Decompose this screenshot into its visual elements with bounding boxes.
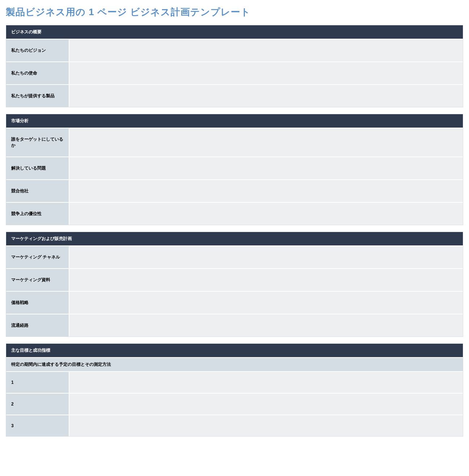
row-value[interactable] — [69, 180, 463, 202]
row-value[interactable] — [69, 314, 463, 336]
row-label-vision: 私たちのビジョン — [6, 39, 69, 61]
row-value[interactable] — [69, 292, 463, 314]
row-label-distribution: 流通経路 — [6, 314, 69, 336]
table-row: 誰をターゲットにしているか — [6, 128, 463, 156]
row-value[interactable] — [69, 246, 463, 268]
row-label-materials: マーケティング資料 — [6, 269, 69, 291]
row-label-mission: 私たちの使命 — [6, 62, 69, 84]
table-row: 私たちの使命 — [6, 61, 463, 84]
row-label-goal-2: 2 — [6, 394, 69, 415]
table-row: 1 — [6, 371, 463, 393]
table-row: 解決している問題 — [6, 156, 463, 179]
section-header: マーケティングおよび販売計画 — [6, 232, 463, 245]
row-label-advantage: 競争上の優位性 — [6, 203, 69, 225]
row-value[interactable] — [69, 62, 463, 84]
row-value[interactable] — [69, 157, 463, 179]
table-row: 2 — [6, 393, 463, 415]
row-label-goal-1: 1 — [6, 372, 69, 393]
page-title: 製品ビジネス用の 1 ページ ビジネス計画テンプレート — [6, 6, 463, 18]
row-value[interactable] — [69, 203, 463, 225]
row-value[interactable] — [69, 128, 463, 156]
row-value[interactable] — [69, 39, 463, 61]
row-value[interactable] — [69, 415, 463, 436]
table-row: 競合他社 — [6, 179, 463, 202]
table-row: マーケティング チャネル — [6, 245, 463, 268]
row-value[interactable] — [69, 85, 463, 107]
section-marketing-sales: マーケティングおよび販売計画 マーケティング チャネル マーケティング資料 価格… — [6, 232, 463, 337]
section-goals-metrics: 主な目標と成功指標 特定の期間内に達成する予定の目標とその測定方法 1 2 3 — [6, 343, 463, 437]
table-row: 私たちが提供する製品 — [6, 84, 463, 107]
row-value[interactable] — [69, 372, 463, 393]
table-row: 競争上の優位性 — [6, 202, 463, 225]
table-row: 私たちのビジョン — [6, 39, 463, 61]
row-label-channels: マーケティング チャネル — [6, 246, 69, 268]
section-header: 市場分析 — [6, 114, 463, 128]
row-label-problem: 解決している問題 — [6, 157, 69, 179]
section-subheader: 特定の期間内に達成する予定の目標とその測定方法 — [6, 357, 463, 371]
section-header: ビジネスの概要 — [6, 25, 463, 39]
section-header: 主な目標と成功指標 — [6, 344, 463, 357]
section-market-analysis: 市場分析 誰をターゲットにしているか 解決している問題 競合他社 競争上の優位性 — [6, 114, 463, 225]
table-row: 価格戦略 — [6, 291, 463, 314]
row-label-products: 私たちが提供する製品 — [6, 85, 69, 107]
table-row: 3 — [6, 415, 463, 436]
table-row: マーケティング資料 — [6, 268, 463, 291]
row-value[interactable] — [69, 394, 463, 415]
row-value[interactable] — [69, 269, 463, 291]
table-row: 流通経路 — [6, 314, 463, 336]
row-label-pricing: 価格戦略 — [6, 292, 69, 314]
section-business-overview: ビジネスの概要 私たちのビジョン 私たちの使命 私たちが提供する製品 — [6, 25, 463, 107]
row-label-goal-3: 3 — [6, 415, 69, 436]
row-label-target: 誰をターゲットにしているか — [6, 128, 69, 156]
row-label-competitors: 競合他社 — [6, 180, 69, 202]
